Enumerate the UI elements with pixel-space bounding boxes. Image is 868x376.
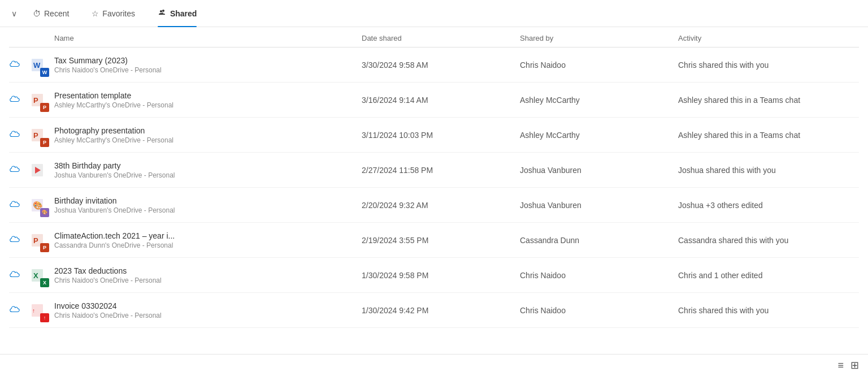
cloud-sync-icon [9, 270, 20, 280]
svg-text:P: P [33, 96, 38, 105]
file-icon-wrapper: 🎨 🎨 [27, 195, 47, 215]
shared-by-col: Chris Naidoo [520, 271, 678, 280]
activity-col: Chris and 1 other edited [678, 271, 859, 280]
activity-col: Chris shared this with you [678, 60, 859, 70]
file-icon-wrapper: P P [27, 125, 47, 145]
file-icon-wrapper: W W [27, 55, 47, 75]
file-sub: Chris Naidoo's OneDrive - Personal [54, 276, 162, 284]
name-col: X X 2023 Tax deductions Chris Naidoo's O… [9, 265, 362, 286]
file-sub: Cassandra Dunn's OneDrive - Personal [54, 241, 175, 249]
file-name[interactable]: Presentation template [54, 91, 173, 100]
table-row[interactable]: W W Tax Summary (2023) Chris Naidoo's On… [9, 47, 859, 83]
cloud-sync-icon [9, 235, 20, 245]
file-name[interactable]: 38th Birthday party [54, 161, 175, 170]
table-row[interactable]: P P ClimateAction.tech 2021 – year i... … [9, 223, 859, 258]
file-icon-wrapper: P P [27, 90, 47, 110]
cloud-sync-icon [9, 305, 20, 315]
favorites-icon: ☆ [92, 9, 99, 18]
nav-item-shared[interactable]: Shared [149, 0, 206, 27]
cloud-sync-icon [9, 95, 20, 105]
nav-label-recent: Recent [44, 9, 69, 18]
name-col: 38th Birthday party Joshua Vanburen's On… [9, 160, 362, 180]
file-sub: Ashley McCarthy's OneDrive - Personal [54, 101, 173, 109]
file-icon-wrapper: P P [27, 230, 47, 250]
date-col: 2/27/2024 11:58 PM [362, 166, 520, 175]
shared-by-col: Joshua Vanburen [520, 166, 678, 175]
nav-label-shared: Shared [170, 9, 197, 18]
col-header-shared-by: Shared by [520, 34, 678, 42]
activity-col: Joshua shared this with you [678, 166, 859, 175]
shared-by-col: Joshua Vanburen [520, 201, 678, 210]
file-name[interactable]: 2023 Tax deductions [54, 266, 162, 275]
date-col: 2/20/2024 9:32 AM [362, 201, 520, 210]
name-col: 🎨 🎨 Birthday invitation Joshua Vanburen'… [9, 195, 362, 215]
shared-icon [158, 8, 167, 19]
file-sub: Ashley McCarthy's OneDrive - Personal [54, 136, 173, 144]
file-icon-wrapper: X X [27, 265, 47, 286]
date-col: 2/19/2024 3:55 PM [362, 236, 520, 245]
file-name-block: 2023 Tax deductions Chris Naidoo's OneDr… [54, 266, 162, 284]
svg-text:P: P [33, 131, 38, 140]
cloud-sync-icon [9, 60, 20, 70]
nav-item-favorites[interactable]: ☆ Favorites [83, 0, 144, 27]
activity-col: Ashley shared this in a Teams chat [678, 96, 859, 105]
activity-col: Cassandra shared this with you [678, 236, 859, 245]
table-row[interactable]: ↑ ↑ Invoice 03302024 Chris Naidoo's OneD… [9, 293, 859, 328]
files-table: Name Date shared Shared by Activity W W … [0, 27, 868, 328]
nav-chevron[interactable]: ∨ [9, 7, 19, 20]
file-sub: Chris Naidoo's OneDrive - Personal [54, 312, 162, 319]
shared-by-col: Ashley McCarthy [520, 96, 678, 105]
date-col: 1/30/2024 9:58 PM [362, 271, 520, 280]
col-header-activity: Activity [678, 34, 859, 42]
file-sub: Joshua Vanburen's OneDrive - Personal [54, 171, 175, 179]
file-name[interactable]: Invoice 03302024 [54, 301, 162, 310]
recent-icon: ⏱ [33, 9, 41, 18]
activity-col: Ashley shared this in a Teams chat [678, 131, 859, 140]
svg-text:W: W [33, 61, 41, 70]
cloud-sync-icon [9, 165, 20, 175]
file-name-block: Tax Summary (2023) Chris Naidoo's OneDri… [54, 56, 162, 74]
date-col: 3/11/2024 10:03 PM [362, 131, 520, 140]
file-name-block: Invoice 03302024 Chris Naidoo's OneDrive… [54, 301, 162, 319]
col-header-date: Date shared [362, 34, 520, 42]
svg-text:P: P [33, 236, 38, 245]
name-col: P P ClimateAction.tech 2021 – year i... … [9, 230, 362, 250]
file-name-block: Photography presentation Ashley McCarthy… [54, 126, 173, 144]
table-body: W W Tax Summary (2023) Chris Naidoo's On… [9, 47, 859, 328]
date-col: 3/30/2024 9:58 AM [362, 60, 520, 70]
shared-by-col: Chris Naidoo [520, 60, 678, 70]
top-nav: ∨ ⏱ Recent ☆ Favorites Shared [0, 0, 868, 27]
cloud-sync-icon [9, 200, 20, 210]
name-col: ↑ ↑ Invoice 03302024 Chris Naidoo's OneD… [9, 300, 362, 321]
name-col: P P Photography presentation Ashley McCa… [9, 125, 362, 145]
shared-by-col: Cassandra Dunn [520, 236, 678, 245]
table-row[interactable]: 🎨 🎨 Birthday invitation Joshua Vanburen'… [9, 188, 859, 223]
table-row[interactable]: 38th Birthday party Joshua Vanburen's On… [9, 153, 859, 188]
file-name-block: ClimateAction.tech 2021 – year i... Cass… [54, 231, 175, 249]
file-name-block: Presentation template Ashley McCarthy's … [54, 91, 173, 109]
file-sub: Chris Naidoo's OneDrive - Personal [54, 66, 162, 74]
nav-item-recent[interactable]: ⏱ Recent [24, 0, 78, 27]
svg-text:X: X [33, 271, 38, 280]
table-row[interactable]: P P Presentation template Ashley McCarth… [9, 83, 859, 118]
date-col: 3/16/2024 9:14 AM [362, 96, 520, 105]
table-row[interactable]: X X 2023 Tax deductions Chris Naidoo's O… [9, 258, 859, 293]
file-name[interactable]: ClimateAction.tech 2021 – year i... [54, 231, 175, 240]
file-name-block: 38th Birthday party Joshua Vanburen's On… [54, 161, 175, 179]
shared-by-col: Chris Naidoo [520, 306, 678, 315]
table-row[interactable]: P P Photography presentation Ashley McCa… [9, 118, 859, 153]
activity-col: Chris shared this with you [678, 306, 859, 315]
shared-by-col: Ashley McCarthy [520, 131, 678, 140]
activity-col: Joshua +3 others edited [678, 201, 859, 210]
name-col: W W Tax Summary (2023) Chris Naidoo's On… [9, 55, 362, 75]
name-col: P P Presentation template Ashley McCarth… [9, 90, 362, 110]
file-name[interactable]: Tax Summary (2023) [54, 56, 162, 65]
date-col: 1/30/2024 9:42 PM [362, 306, 520, 315]
file-sub: Joshua Vanburen's OneDrive - Personal [54, 206, 175, 214]
svg-text:↑: ↑ [32, 308, 35, 314]
file-icon-wrapper: ↑ ↑ [27, 300, 47, 321]
file-icon-wrapper [27, 160, 47, 180]
file-name[interactable]: Birthday invitation [54, 196, 175, 205]
file-name[interactable]: Photography presentation [54, 126, 173, 135]
cloud-sync-icon [9, 130, 20, 140]
